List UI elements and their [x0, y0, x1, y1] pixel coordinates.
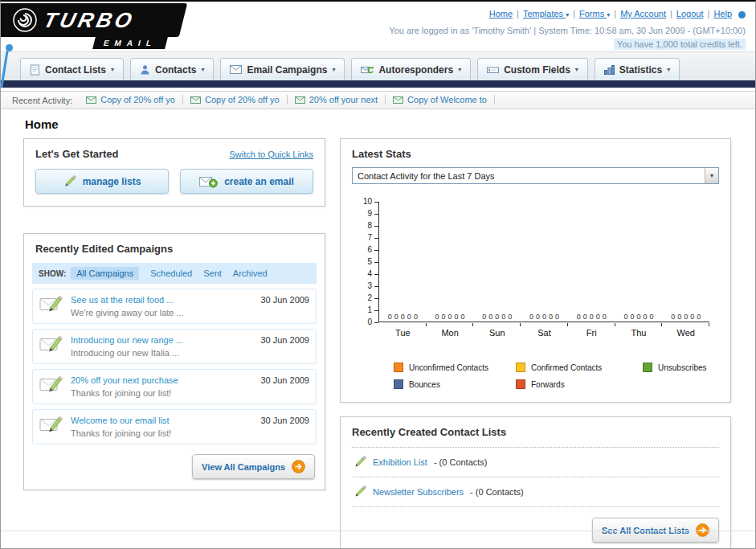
recent-activity-item-label: Copy of 20% off yo [205, 95, 280, 104]
link-separator: | [670, 9, 672, 18]
nav-tab-statistics[interactable]: Statistics▾ [595, 58, 680, 80]
custom-fields-icon [487, 65, 499, 75]
link-separator: | [573, 9, 575, 18]
nav-tab-label: Contacts [155, 64, 196, 76]
manage-lists-button[interactable]: manage lists [35, 169, 169, 194]
value-label: 0 [684, 313, 688, 321]
pencil-icon [63, 175, 76, 188]
campaigns-title: Recently Edited Campaigns [24, 234, 325, 262]
switch-to-quick-links-link[interactable]: Switch to Quick Links [229, 150, 313, 159]
value-label: 0 [623, 313, 627, 321]
turbo-email-dashboard: TURBO EMAIL Home|Templates ▾|Forms ▾|My … [0, 0, 756, 549]
top-link-logout[interactable]: Logout [676, 9, 704, 18]
get-started-panel: Let's Get Started Switch to Quick Links … [23, 138, 325, 207]
campaign-filter-all-campaigns[interactable]: All Campaigns [71, 267, 139, 280]
chart-legend: Unconfirmed ContactsConfirmed ContactsUn… [394, 363, 719, 389]
x-axis-label: Sat [521, 328, 568, 338]
recent-activity-items: Copy of 20% off yoCopy of 20% off yo20% … [79, 95, 495, 105]
top-link-my-account[interactable]: My Account [620, 9, 666, 18]
nav-tab-label: Contact Lists [45, 64, 106, 76]
nav-tab-contact-lists[interactable]: Contact Lists▾ [20, 58, 124, 80]
legend-item-confirmed-contacts: Confirmed Contacts [516, 363, 643, 372]
recent-activity-item[interactable]: Copy of 20% off yo [79, 95, 183, 104]
value-label: 0 [671, 313, 675, 321]
chevron-down-icon: ▼ [705, 168, 718, 183]
campaign-filter-sent[interactable]: Sent [203, 268, 222, 278]
value-label: 0 [596, 313, 600, 321]
x-axis-label: Thu [615, 328, 663, 338]
x-axis-label: Wed [662, 328, 709, 338]
value-label: 0 [448, 313, 452, 321]
legend-item-forwards: Forwards [516, 379, 643, 389]
stats-period-select[interactable]: Contact Activity for the Last 7 Days ▼ [352, 167, 719, 184]
campaign-title-link[interactable]: Introducing our new range ... [71, 335, 253, 345]
create-an-email-button[interactable]: create an email [180, 169, 313, 194]
recently-created-contact-lists-panel: Recently Created Contact Lists Exhibitio… [340, 416, 731, 549]
y-axis-label: 4 [350, 270, 372, 278]
contact-list-count: - (0 Contacts) [434, 457, 488, 467]
logo-plate: TURBO [0, 3, 187, 37]
chevron-down-icon: ▾ [566, 10, 569, 20]
value-label: 0 [529, 313, 533, 321]
campaign-filter-scheduled[interactable]: Scheduled [150, 268, 192, 278]
x-axis-tick [615, 323, 663, 326]
value-label: 0 [407, 313, 411, 321]
envelope-pencil-icon [39, 295, 63, 313]
campaign-filter-archived[interactable]: Archived [233, 268, 268, 278]
value-label: 0 [649, 313, 653, 321]
arrow-circle-icon [292, 460, 305, 473]
contact-list-link[interactable]: Newsletter Subscribers [373, 487, 464, 497]
y-axis-label: 1 [350, 306, 372, 314]
envelope-icon [393, 96, 403, 104]
recent-activity-label: Recent Activity: [12, 96, 72, 105]
value-label: 0 [549, 313, 553, 321]
x-axis-ticks [379, 323, 709, 326]
statistics-icon [604, 65, 615, 75]
campaign-title-link[interactable]: 20% off your next purchase [71, 375, 253, 385]
value-label: 0 [388, 313, 392, 321]
nav-tab-email-campaigns[interactable]: Email Campaigns▾ [220, 58, 345, 80]
show-label: SHOW: [39, 269, 66, 278]
top-link-home[interactable]: Home [489, 9, 513, 18]
top-link-forms[interactable]: Forms ▾ [579, 9, 610, 18]
envelope-pencil-icon [39, 335, 63, 354]
top-link-templates[interactable]: Templates ▾ [523, 9, 569, 18]
recent-activity-item[interactable]: 20% off your next [288, 95, 386, 104]
nav-tab-contacts[interactable]: Contacts▾ [130, 58, 214, 80]
value-label: 0 [442, 313, 446, 321]
top-link-help[interactable]: Help [713, 9, 732, 18]
value-label: 0 [536, 313, 540, 321]
legend-item-unsubscribes: Unsubscribes [643, 363, 719, 372]
recent-activity-item[interactable]: Copy of 20% off yo [183, 95, 288, 104]
campaign-title-link[interactable]: See us at the retail food ... [71, 295, 253, 305]
left-column: Let's Get Started Switch to Quick Links … [23, 138, 325, 490]
contact-list-item: Exhibition List- (0 Contacts) [352, 448, 719, 477]
nav-tab-autoresponders[interactable]: Autoresponders▾ [351, 58, 471, 80]
stats-period-value: Contact Activity for the Last 7 Days [358, 171, 495, 181]
x-axis-tick [473, 323, 521, 326]
legend-label: Confirmed Contacts [531, 363, 602, 372]
campaign-title-link[interactable]: Welcome to our email list [71, 416, 253, 425]
link-separator: | [517, 9, 519, 18]
campaign-subtitle: Thanks for joining our list! [71, 428, 253, 438]
legend-item-unconfirmed-contacts: Unconfirmed Contacts [394, 363, 516, 372]
value-label: 0 [508, 313, 512, 321]
campaign-row: See us at the retail food ...We're givin… [32, 289, 317, 324]
contact-list-link[interactable]: Exhibition List [373, 457, 427, 467]
y-axis-label: 5 [350, 258, 372, 266]
value-label: 0 [414, 313, 418, 321]
recent-activity-item-label: Copy of Welcome to [407, 95, 487, 104]
bar-group-wed: 00000 [662, 313, 709, 322]
view-all-campaigns-button[interactable]: View All Campaigns [192, 454, 315, 479]
login-info: You are logged in as 'Timothy Smith' | S… [389, 24, 746, 38]
y-axis-label: 2 [350, 294, 372, 302]
legend-item-bounces: Bounces [394, 379, 516, 389]
manage-lists-label: manage lists [83, 176, 141, 187]
recent-activity-bar: Recent Activity: Copy of 20% off yoCopy … [1, 91, 755, 109]
nav-tab-custom-fields[interactable]: Custom Fields▾ [477, 58, 588, 80]
envelope-plus-icon [199, 175, 218, 188]
link-separator: | [708, 9, 710, 18]
pencil-icon [353, 485, 366, 498]
recent-activity-item[interactable]: Copy of Welcome to [386, 95, 495, 104]
right-column: Latest Stats Contact Activity for the La… [340, 138, 731, 549]
